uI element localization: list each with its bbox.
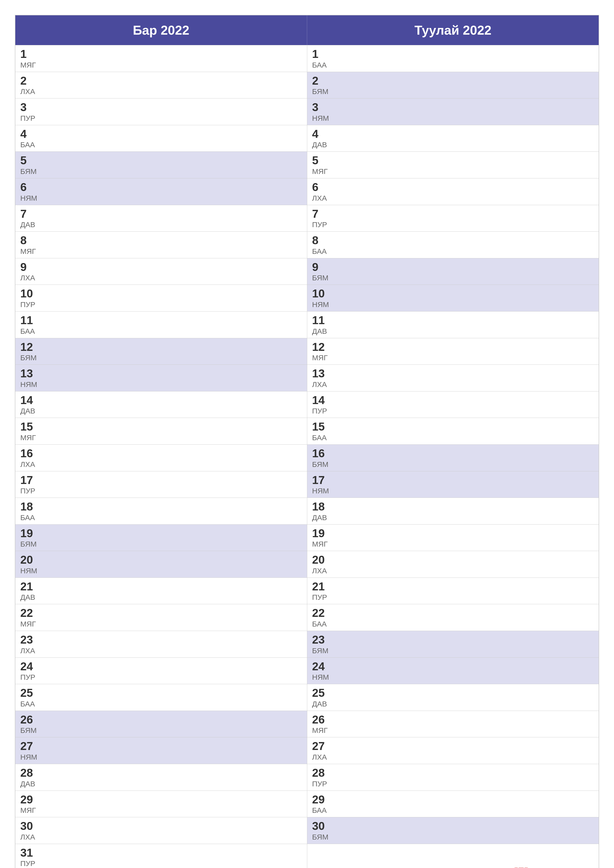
day-number: 7 xyxy=(20,208,302,220)
day-name: БАА xyxy=(312,434,594,442)
day-number: 21 xyxy=(20,580,302,593)
day-cell-month1: 12БЯМ xyxy=(16,338,307,365)
day-name: ЛХА xyxy=(20,646,302,655)
day-name: ЛХА xyxy=(312,380,594,389)
day-name: ПУР xyxy=(20,859,302,868)
day-number: 6 xyxy=(312,181,594,194)
day-name: НЯМ xyxy=(20,753,302,761)
day-number: 30 xyxy=(312,820,594,832)
day-number: 1 xyxy=(312,48,594,60)
day-number: 13 xyxy=(312,367,594,380)
day-name: ПУР xyxy=(20,301,302,309)
day-name: БАА xyxy=(312,61,594,69)
day-name: ПУР xyxy=(312,593,594,601)
day-row: 22МЯГ22БАА xyxy=(16,604,598,631)
day-number: 16 xyxy=(312,447,594,460)
day-row: 19БЯМ19МЯГ xyxy=(16,524,598,551)
day-number: 2 xyxy=(20,74,302,87)
day-row: 20НЯМ20ЛХА xyxy=(16,551,598,578)
day-name: ДАВ xyxy=(20,780,302,788)
day-name: ЛХА xyxy=(312,194,594,202)
day-row: 26БЯМ26МЯГ xyxy=(16,711,598,737)
calendar-grid: Бар 2022 Туулай 2022 1МЯГ1БАА2ЛХА2БЯМ3ПУ… xyxy=(15,15,599,868)
day-name: ПУР xyxy=(312,407,594,415)
day-name: МЯГ xyxy=(20,61,302,69)
day-cell-month1: 30ЛХА xyxy=(16,817,307,844)
day-name: ДАВ xyxy=(312,700,594,708)
day-cell-month2: 18ДАВ xyxy=(307,498,599,524)
day-cell-month1: 10ПУР xyxy=(16,285,307,311)
day-cell-month2: 6ЛХА xyxy=(307,178,599,205)
day-name: БЯМ xyxy=(312,646,594,655)
day-cell-month1: 6НЯМ xyxy=(16,178,307,205)
day-number: 11 xyxy=(20,314,302,327)
day-row: 8МЯГ8БАА xyxy=(16,231,598,258)
day-cell-month2: 27ЛХА xyxy=(307,737,599,764)
day-number: 15 xyxy=(312,420,594,433)
day-row: 15МЯГ15БАА xyxy=(16,418,598,444)
day-name: МЯГ xyxy=(312,353,594,362)
page: Бар 2022 Туулай 2022 1МЯГ1БАА2ЛХА2БЯМ3ПУ… xyxy=(0,0,614,868)
day-cell-month2: 11ДАВ xyxy=(307,312,599,338)
day-row: 27НЯМ27ЛХА xyxy=(16,737,598,764)
day-number: 23 xyxy=(312,634,594,646)
day-number: 17 xyxy=(312,474,594,487)
calendar-logo-icon: 7 xyxy=(514,866,529,868)
day-cell-month1: 26БЯМ xyxy=(16,711,307,737)
day-cell-month2: 3НЯМ xyxy=(307,98,599,125)
day-cell-month1: 22МЯГ xyxy=(16,604,307,631)
day-name: МЯГ xyxy=(20,434,302,442)
day-cell-month2 xyxy=(307,844,599,868)
day-cell-month2: 19МЯГ xyxy=(307,525,599,551)
day-number: 8 xyxy=(312,234,594,247)
day-number: 6 xyxy=(20,181,302,194)
day-number: 28 xyxy=(312,767,594,779)
day-cell-month1: 4БАА xyxy=(16,125,307,152)
day-name: ЛХА xyxy=(312,567,594,575)
day-number: 3 xyxy=(312,101,594,113)
day-name: БЯМ xyxy=(312,87,594,96)
day-name: НЯМ xyxy=(20,194,302,202)
day-number: 10 xyxy=(20,287,302,300)
day-cell-month2: 22БАА xyxy=(307,604,599,631)
day-row: 14ДАВ14ПУР xyxy=(16,391,598,418)
day-name: БЯМ xyxy=(20,167,302,176)
day-number: 22 xyxy=(20,607,302,619)
day-name: ДАВ xyxy=(20,220,302,229)
day-cell-month2: 2БЯМ xyxy=(307,72,599,98)
day-name: МЯГ xyxy=(312,540,594,548)
day-number: 25 xyxy=(20,687,302,699)
day-cell-month1: 11БАА xyxy=(16,312,307,338)
day-cell-month1: 9ЛХА xyxy=(16,258,307,285)
day-number: 9 xyxy=(312,261,594,273)
day-row: 1МЯГ1БАА xyxy=(16,45,598,72)
day-number: 4 xyxy=(312,128,594,140)
day-number: 10 xyxy=(312,287,594,300)
day-cell-month1: 21ДАВ xyxy=(16,578,307,604)
day-number: 20 xyxy=(312,553,594,566)
day-cell-month2: 10НЯМ xyxy=(307,285,599,311)
day-number: 18 xyxy=(20,500,302,513)
day-cell-month1: 28ДАВ xyxy=(16,764,307,790)
day-number: 17 xyxy=(20,474,302,487)
day-name: БАА xyxy=(312,806,594,815)
day-number: 27 xyxy=(312,740,594,752)
day-number: 22 xyxy=(312,607,594,619)
header-month-1-label: Бар 2022 xyxy=(133,23,189,37)
day-row: 6НЯМ6ЛХА xyxy=(16,178,598,205)
day-cell-month2: 20ЛХА xyxy=(307,551,599,578)
day-name: ДАВ xyxy=(312,513,594,522)
day-row: 30ЛХА30БЯМ xyxy=(16,817,598,844)
day-rows: 1МЯГ1БАА2ЛХА2БЯМ3ПУР3НЯМ4БАА4ДАВ5БЯМ5МЯГ… xyxy=(16,45,598,868)
day-row: 7ДАВ7ПУР xyxy=(16,205,598,232)
day-name: ДАВ xyxy=(312,327,594,336)
day-name: ПУР xyxy=(312,780,594,788)
day-name: ДАВ xyxy=(20,407,302,415)
day-name: НЯМ xyxy=(20,567,302,575)
day-number: 12 xyxy=(20,341,302,353)
day-number: 20 xyxy=(20,553,302,566)
day-name: БЯМ xyxy=(20,540,302,548)
day-number: 27 xyxy=(20,740,302,752)
day-cell-month2: 30БЯМ xyxy=(307,817,599,844)
day-number: 31 xyxy=(20,846,302,859)
